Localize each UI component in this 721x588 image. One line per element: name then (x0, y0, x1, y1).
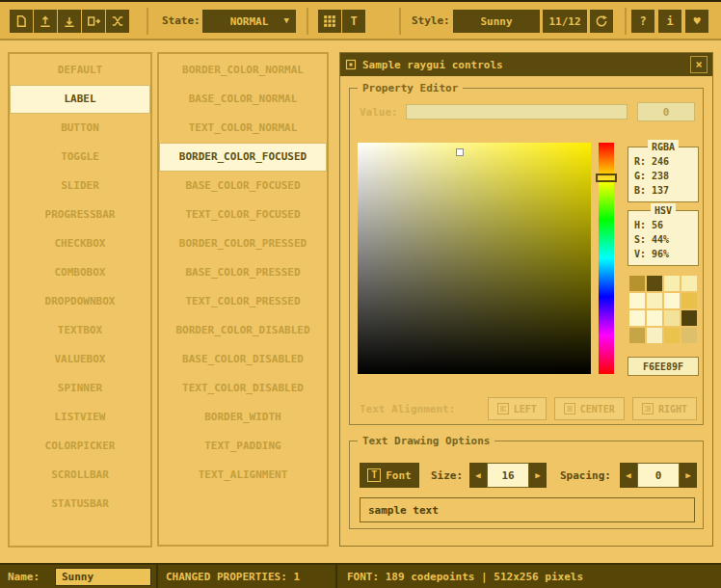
text-drawing-options-group: Text Drawing Options T Font Size: ◀ 16 ▶… (349, 441, 704, 529)
color-picker-cursor[interactable] (456, 148, 464, 156)
statusbar-divider (156, 565, 158, 588)
color-swatch-5[interactable] (647, 293, 662, 308)
font-button-label: Font (386, 469, 412, 482)
new-style-button[interactable] (10, 10, 33, 33)
control-item-scrollbar[interactable]: SCROLLBAR (10, 461, 150, 490)
arrow-left-icon: ◀ (475, 470, 480, 480)
control-item-slider[interactable]: SLIDER (10, 172, 150, 200)
sponsor-heart-button[interactable]: ♥ (685, 10, 708, 33)
rgba-red-value: R: 246 (628, 154, 698, 169)
state-label: State: (162, 14, 200, 27)
size-increase-button[interactable]: ▶ (529, 463, 547, 488)
property-item-base_color_disabled[interactable]: BASE_COLOR_DISABLED (159, 345, 327, 374)
control-item-statusbar[interactable]: STATUSBAR (10, 490, 150, 519)
color-picker[interactable] (358, 143, 591, 374)
align-left-button[interactable]: LEFT (488, 397, 547, 420)
property-item-text_color_normal[interactable]: TEXT_COLOR_NORMAL (159, 114, 327, 143)
property-item-text_padding[interactable]: TEXT_PADDING (159, 432, 327, 461)
arrow-right-icon: ▶ (535, 470, 540, 480)
color-swatch-13[interactable] (647, 328, 662, 343)
color-swatch-6[interactable] (664, 293, 680, 308)
control-item-progressbar[interactable]: PROGRESSBAR (10, 200, 150, 229)
hsv-hue-value: H: 56 (628, 218, 698, 232)
hsv-title: HSV (651, 203, 676, 218)
value-slider[interactable] (406, 104, 628, 120)
color-swatch-11[interactable] (681, 310, 697, 326)
property-item-border_width[interactable]: BORDER_WIDTH (159, 403, 327, 432)
align-center-button[interactable]: CENTER (554, 397, 625, 420)
sample-text-input[interactable]: sample text (360, 497, 695, 522)
font-button[interactable]: T Font (360, 463, 419, 488)
control-item-default[interactable]: DEFAULT (10, 56, 150, 85)
color-swatch-1[interactable] (647, 276, 662, 291)
value-box[interactable]: 0 (637, 102, 695, 121)
export-style-button[interactable] (82, 10, 105, 33)
help-button[interactable]: ? (631, 10, 654, 33)
property-item-text_color_focused[interactable]: TEXT_COLOR_FOCUSED (159, 200, 327, 229)
color-swatch-12[interactable] (629, 328, 645, 343)
color-swatch-10[interactable] (664, 310, 680, 326)
control-item-valuebox[interactable]: VALUEBOX (10, 345, 150, 374)
control-item-dropdownbox[interactable]: DROPDOWNBOX (10, 287, 150, 316)
control-item-label[interactable]: LABEL (10, 85, 150, 114)
hue-bar[interactable] (599, 143, 614, 374)
property-item-base_color_pressed[interactable]: BASE_COLOR_PRESSED (159, 258, 327, 287)
align-right-button[interactable]: RIGHT (632, 397, 697, 420)
color-swatch-15[interactable] (681, 328, 697, 343)
control-item-listview[interactable]: LISTVIEW (10, 403, 150, 432)
chevron-down-icon: ▼ (284, 15, 289, 25)
load-style-button[interactable] (34, 10, 57, 33)
color-swatch-14[interactable] (664, 328, 680, 343)
color-swatch-7[interactable] (681, 293, 697, 308)
color-swatch-4[interactable] (629, 293, 645, 308)
property-item-border_color_normal[interactable]: BORDER_COLOR_NORMAL (159, 56, 327, 85)
size-decrease-button[interactable]: ◀ (469, 463, 487, 488)
control-item-colorpicker[interactable]: COLORPICKER (10, 432, 150, 461)
state-dropdown[interactable]: NORMAL ▼ (202, 10, 296, 33)
color-swatch-9[interactable] (647, 310, 662, 326)
property-item-border_color_disabled[interactable]: BORDER_COLOR_DISABLED (159, 316, 327, 345)
spacing-increase-button[interactable]: ▶ (680, 463, 697, 488)
grid-view-button[interactable] (318, 10, 341, 33)
style-name-button[interactable]: Sunny (453, 10, 540, 33)
close-button[interactable]: × (690, 56, 708, 73)
size-value-box[interactable]: 16 (487, 463, 529, 488)
color-swatch-8[interactable] (629, 310, 645, 326)
text-preview-button[interactable]: T (342, 10, 365, 33)
export-file-icon (87, 14, 100, 28)
control-item-toggle[interactable]: TOGGLE (10, 143, 150, 172)
window-titlebar[interactable]: Sample raygui controls × (340, 53, 712, 76)
property-item-text_color_pressed[interactable]: TEXT_COLOR_PRESSED (159, 287, 327, 316)
size-label: Size: (431, 469, 463, 482)
control-item-button[interactable]: BUTTON (10, 114, 150, 143)
style-name-input[interactable]: Sunny (55, 568, 151, 586)
statusbar-divider (335, 565, 337, 588)
control-item-textbox[interactable]: TEXTBOX (10, 316, 150, 345)
spacing-value-box[interactable]: 0 (637, 463, 680, 488)
property-item-border_color_pressed[interactable]: BORDER_COLOR_PRESSED (159, 229, 327, 258)
control-item-combobox[interactable]: COMBOBOX (10, 258, 150, 287)
color-swatch-3[interactable] (681, 276, 697, 291)
property-item-base_color_normal[interactable]: BASE_COLOR_NORMAL (159, 85, 327, 114)
control-item-spinner[interactable]: SPINNER (10, 374, 150, 403)
info-button[interactable]: i (658, 10, 681, 33)
statusbar: Name: Sunny CHANGED PROPERTIES: 1 FONT: … (0, 563, 721, 588)
hex-value-box[interactable]: F6EE89F (628, 357, 699, 376)
reload-style-button[interactable] (590, 10, 613, 33)
control-item-checkbox[interactable]: CHECKBOX (10, 229, 150, 258)
property-item-text_alignment[interactable]: TEXT_ALIGNMENT (159, 461, 327, 490)
align-left-label: LEFT (514, 404, 537, 414)
sample-controls-window: Sample raygui controls × Property Editor… (339, 52, 713, 547)
property-item-base_color_focused[interactable]: BASE_COLOR_FOCUSED (159, 172, 327, 200)
color-swatch-2[interactable] (664, 276, 680, 291)
color-swatch-0[interactable] (629, 276, 645, 291)
spacing-decrease-button[interactable]: ◀ (620, 463, 637, 488)
save-style-button[interactable] (58, 10, 81, 33)
property-item-text_color_disabled[interactable]: TEXT_COLOR_DISABLED (159, 374, 327, 403)
hue-cursor[interactable] (596, 174, 617, 182)
random-style-button[interactable] (106, 10, 129, 33)
text-alignment-buttons: LEFT CENTER RIGHT (488, 397, 697, 420)
property-editor-title: Property Editor (358, 81, 463, 95)
property-item-border_color_focused[interactable]: BORDER_COLOR_FOCUSED (159, 143, 327, 172)
letter-t-icon: T (350, 14, 357, 28)
